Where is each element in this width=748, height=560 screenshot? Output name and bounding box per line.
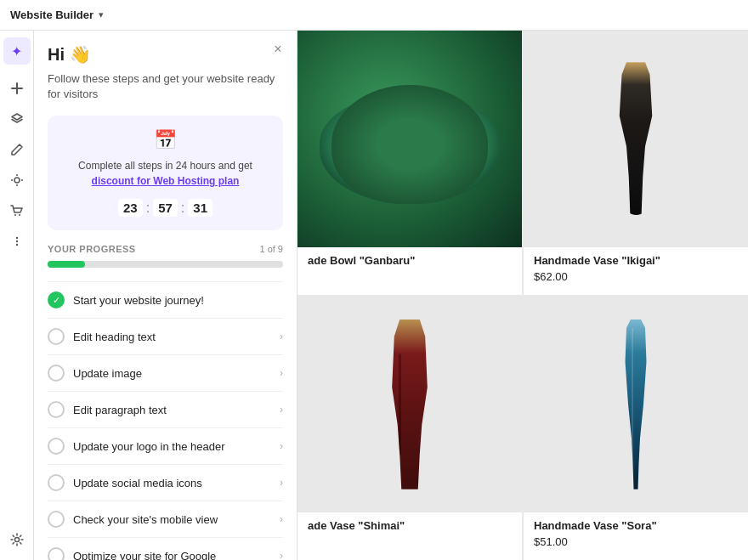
product-image-ikigai: [524, 31, 748, 247]
onboarding-panel: × Hi 👋 Follow these steps and get your w…: [34, 31, 298, 560]
step-chevron-paragraph-icon: ›: [280, 404, 283, 416]
step-circle-mobile: [48, 511, 65, 528]
svg-point-11: [15, 244, 17, 246]
panel-content: Hi 👋 Follow these steps and get your web…: [34, 31, 297, 560]
step-circle-seo: [48, 547, 65, 560]
pen-icon-btn[interactable]: [3, 136, 31, 163]
product-info-shimai: ade Vase "Shimai": [298, 512, 522, 560]
svg-point-9: [15, 237, 17, 239]
product-image-shimai: [298, 297, 522, 513]
svg-point-12: [14, 538, 19, 542]
product-info-ikigai: Handmade Vase "Ikigai" $62.00: [524, 247, 748, 295]
product-price-sora: $51.00: [534, 535, 738, 548]
product-name-ikigai: Handmade Vase "Ikigai": [534, 254, 738, 267]
step-chevron-social-icon: ›: [280, 477, 283, 489]
step-chevron-heading-icon: ›: [280, 331, 283, 342]
progress-bar-fill: [48, 261, 85, 268]
app-title: Website Builder: [10, 8, 94, 21]
product-image-bowl: [298, 31, 522, 247]
product-card-bowl[interactable]: ade Bowl "Ganbaru": [298, 31, 522, 295]
step-label-heading: Edit heading text: [73, 331, 271, 343]
topbar-chevron-icon[interactable]: ▾: [99, 9, 104, 20]
step-label-mobile: Check your site's mobile view: [73, 513, 271, 526]
countdown-seconds: 31: [188, 199, 212, 217]
step-label-seo: Optimize your site for Google: [73, 550, 271, 560]
step-circle-start: ✓: [48, 291, 65, 308]
step-circle-logo: [48, 438, 65, 455]
close-panel-button[interactable]: ×: [268, 39, 288, 59]
step-label-image: Update image: [73, 367, 271, 380]
progress-label: YOUR PROGRESS: [48, 244, 136, 254]
steps-list: ✓ Start your website journey! Edit headi…: [48, 281, 283, 560]
top-bar: Website Builder ▾: [0, 0, 748, 31]
greeting-heading: Hi 👋: [48, 44, 283, 65]
product-name-shimai: ade Vase "Shimai": [308, 519, 512, 532]
more-icon-btn[interactable]: [3, 228, 31, 255]
layers-icon-btn[interactable]: [3, 105, 31, 133]
step-chevron-logo-icon: ›: [280, 440, 283, 452]
step-item-seo[interactable]: Optimize your site for Google ›: [48, 537, 283, 560]
step-label-logo: Update your logo in the header: [73, 440, 271, 453]
icon-sidebar: ✦: [0, 31, 34, 560]
product-image-sora: [524, 297, 748, 513]
progress-count: 1 of 9: [259, 244, 283, 254]
sparkle-icon-btn[interactable]: ✦: [3, 37, 31, 65]
svg-point-2: [14, 178, 20, 183]
product-grid: ade Bowl "Ganbaru" Handmade Vase "Ikigai…: [298, 31, 748, 560]
main-layout: ✦ × Hi 👋 Follow these steps and get your…: [0, 31, 748, 560]
promo-text: Complete all steps in 24 hours and get d…: [61, 158, 269, 189]
step-item-image[interactable]: Update image ›: [48, 354, 283, 391]
product-price-ikigai: $62.00: [534, 270, 738, 283]
add-icon-btn[interactable]: [3, 75, 31, 102]
progress-bar-background: [48, 261, 283, 268]
cart-icon-btn[interactable]: [3, 197, 31, 224]
svg-point-7: [14, 214, 16, 216]
step-circle-heading: [48, 328, 65, 345]
countdown-hours: 23: [118, 199, 143, 217]
step-chevron-seo-icon: ›: [280, 550, 283, 560]
step-circle-image: [48, 365, 65, 382]
step-item-mobile[interactable]: Check your site's mobile view ›: [48, 501, 283, 537]
step-item-paragraph[interactable]: Edit paragraph text ›: [48, 391, 283, 427]
promo-box: 📅 Complete all steps in 24 hours and get…: [48, 116, 283, 230]
step-label-paragraph: Edit paragraph text: [73, 404, 271, 416]
step-item-social[interactable]: Update social media icons ›: [48, 464, 283, 501]
product-name-sora: Handmade Vase "Sora": [534, 519, 738, 532]
step-circle-paragraph: [48, 401, 65, 418]
step-chevron-image-icon: ›: [280, 367, 283, 379]
step-label-start: Start your website journey!: [73, 294, 283, 307]
step-chevron-mobile-icon: ›: [280, 513, 283, 525]
product-card-sora[interactable]: Handmade Vase "Sora" $51.00: [524, 297, 748, 561]
product-card-ikigai[interactable]: Handmade Vase "Ikigai" $62.00: [524, 31, 748, 295]
product-info-bowl: ade Bowl "Ganbaru": [298, 247, 522, 295]
greeting-subtext: Follow these steps and get your website …: [48, 71, 283, 102]
progress-header: YOUR PROGRESS 1 of 9: [48, 244, 283, 254]
product-info-sora: Handmade Vase "Sora" $51.00: [524, 512, 748, 560]
countdown-minutes: 57: [153, 199, 178, 217]
product-name-bowl: ade Bowl "Ganbaru": [308, 254, 512, 267]
product-card-shimai[interactable]: ade Vase "Shimai": [298, 297, 522, 561]
step-circle-social: [48, 474, 65, 491]
step-item-heading[interactable]: Edit heading text ›: [48, 318, 283, 354]
step-label-social: Update social media icons: [73, 477, 271, 489]
svg-point-10: [15, 240, 17, 242]
step-item-start[interactable]: ✓ Start your website journey!: [48, 281, 283, 318]
promo-link[interactable]: discount for Web Hosting plan: [92, 175, 240, 187]
promo-calendar-icon: 📅: [61, 129, 269, 151]
settings-icon-btn[interactable]: [3, 526, 31, 553]
svg-point-8: [19, 214, 20, 216]
countdown-timer: 23 : 57 : 31: [61, 199, 269, 217]
step-item-logo[interactable]: Update your logo in the header ›: [48, 427, 283, 464]
magic-icon-btn[interactable]: [3, 167, 31, 194]
